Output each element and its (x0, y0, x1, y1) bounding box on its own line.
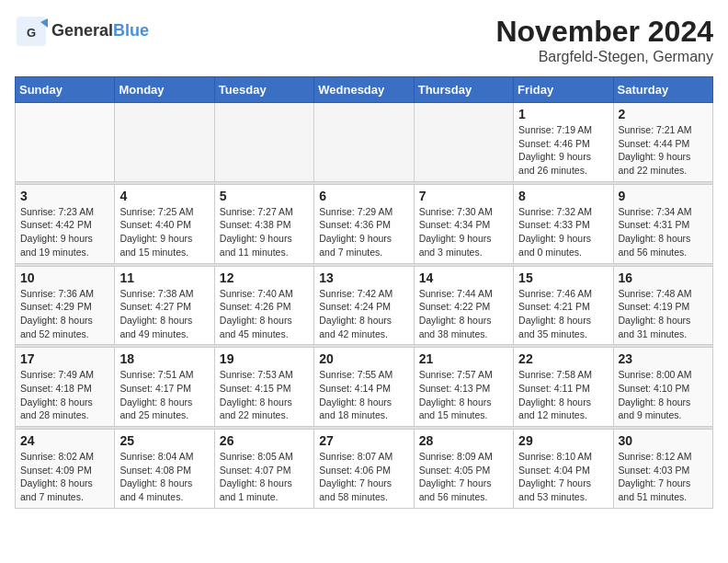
day-number: 20 (319, 351, 408, 366)
calendar-cell: 22Sunrise: 7:58 AM Sunset: 4:11 PM Dayli… (514, 348, 613, 427)
day-info: Sunrise: 7:46 AM Sunset: 4:21 PM Dayligh… (518, 287, 608, 341)
calendar-cell (414, 103, 513, 182)
calendar-cell: 26Sunrise: 8:05 AM Sunset: 4:07 PM Dayli… (214, 430, 313, 509)
calendar-week-4: 17Sunrise: 7:49 AM Sunset: 4:18 PM Dayli… (16, 348, 713, 427)
day-number: 5 (220, 189, 309, 203)
calendar-cell: 1Sunrise: 7:19 AM Sunset: 4:46 PM Daylig… (514, 103, 613, 182)
calendar-cell (214, 103, 313, 182)
day-info: Sunrise: 8:04 AM Sunset: 4:08 PM Dayligh… (119, 450, 209, 504)
calendar-cell: 20Sunrise: 7:55 AM Sunset: 4:14 PM Dayli… (314, 348, 414, 427)
calendar-cell: 3Sunrise: 7:23 AM Sunset: 4:42 PM Daylig… (16, 184, 115, 263)
day-info: Sunrise: 8:07 AM Sunset: 4:06 PM Dayligh… (319, 450, 408, 504)
day-info: Sunrise: 7:44 AM Sunset: 4:22 PM Dayligh… (419, 287, 508, 341)
day-number: 13 (319, 270, 408, 285)
day-info: Sunrise: 8:02 AM Sunset: 4:09 PM Dayligh… (20, 450, 109, 504)
day-number: 25 (119, 433, 209, 448)
calendar-cell (115, 103, 214, 182)
day-number: 22 (518, 351, 608, 366)
day-info: Sunrise: 7:19 AM Sunset: 4:46 PM Dayligh… (518, 123, 608, 178)
calendar-cell: 8Sunrise: 7:32 AM Sunset: 4:33 PM Daylig… (514, 184, 613, 263)
calendar-cell: 12Sunrise: 7:40 AM Sunset: 4:26 PM Dayli… (214, 266, 313, 345)
day-info: Sunrise: 7:36 AM Sunset: 4:29 PM Dayligh… (20, 287, 109, 341)
calendar-cell: 17Sunrise: 7:49 AM Sunset: 4:18 PM Dayli… (16, 348, 115, 427)
calendar-cell: 16Sunrise: 7:48 AM Sunset: 4:19 PM Dayli… (613, 266, 712, 345)
calendar-cell (16, 103, 115, 182)
location: Bargfeld-Stegen, Germany (495, 49, 713, 65)
calendar-cell: 6Sunrise: 7:29 AM Sunset: 4:36 PM Daylig… (314, 184, 414, 263)
day-number: 11 (119, 270, 209, 285)
calendar-week-2: 3Sunrise: 7:23 AM Sunset: 4:42 PM Daylig… (16, 184, 713, 263)
day-number: 2 (619, 107, 708, 121)
logo-blue: Blue (113, 21, 149, 40)
svg-text:G: G (27, 26, 36, 40)
logo-icon: G (15, 15, 48, 48)
calendar-cell: 9Sunrise: 7:34 AM Sunset: 4:31 PM Daylig… (613, 184, 712, 263)
day-info: Sunrise: 7:49 AM Sunset: 4:18 PM Dayligh… (20, 368, 109, 422)
day-number: 1 (518, 107, 608, 121)
calendar-cell: 10Sunrise: 7:36 AM Sunset: 4:29 PM Dayli… (16, 266, 115, 345)
day-info: Sunrise: 7:40 AM Sunset: 4:26 PM Dayligh… (220, 287, 309, 341)
calendar-cell: 11Sunrise: 7:38 AM Sunset: 4:27 PM Dayli… (115, 266, 214, 345)
calendar-cell: 23Sunrise: 8:00 AM Sunset: 4:10 PM Dayli… (613, 348, 712, 427)
calendar-cell: 30Sunrise: 8:12 AM Sunset: 4:03 PM Dayli… (613, 430, 712, 509)
calendar-cell: 18Sunrise: 7:51 AM Sunset: 4:17 PM Dayli… (115, 348, 214, 427)
day-number: 30 (619, 433, 708, 448)
day-info: Sunrise: 7:29 AM Sunset: 4:36 PM Dayligh… (319, 205, 408, 259)
calendar-cell: 13Sunrise: 7:42 AM Sunset: 4:24 PM Dayli… (314, 266, 414, 345)
day-number: 19 (220, 351, 309, 366)
calendar-cell: 21Sunrise: 7:57 AM Sunset: 4:13 PM Dayli… (414, 348, 513, 427)
header-wednesday: Wednesday (314, 77, 414, 103)
day-info: Sunrise: 7:34 AM Sunset: 4:31 PM Dayligh… (619, 205, 708, 259)
day-info: Sunrise: 7:38 AM Sunset: 4:27 PM Dayligh… (119, 287, 209, 341)
calendar-cell: 25Sunrise: 8:04 AM Sunset: 4:08 PM Dayli… (115, 430, 214, 509)
logo: G GeneralBlue (15, 15, 149, 48)
calendar-cell: 5Sunrise: 7:27 AM Sunset: 4:38 PM Daylig… (214, 184, 313, 263)
day-info: Sunrise: 8:09 AM Sunset: 4:05 PM Dayligh… (419, 450, 508, 504)
calendar-header-row: Sunday Monday Tuesday Wednesday Thursday… (16, 77, 713, 103)
calendar-week-5: 24Sunrise: 8:02 AM Sunset: 4:09 PM Dayli… (16, 430, 713, 509)
header-tuesday: Tuesday (214, 77, 313, 103)
calendar-cell: 24Sunrise: 8:02 AM Sunset: 4:09 PM Dayli… (16, 430, 115, 509)
day-info: Sunrise: 7:55 AM Sunset: 4:14 PM Dayligh… (319, 368, 408, 422)
day-number: 9 (619, 189, 708, 203)
day-info: Sunrise: 7:48 AM Sunset: 4:19 PM Dayligh… (619, 287, 708, 341)
calendar-table: Sunday Monday Tuesday Wednesday Thursday… (15, 76, 713, 509)
day-info: Sunrise: 7:32 AM Sunset: 4:33 PM Dayligh… (518, 205, 608, 259)
day-info: Sunrise: 7:23 AM Sunset: 4:42 PM Dayligh… (20, 205, 109, 259)
logo-general: General (51, 21, 113, 40)
calendar-cell: 19Sunrise: 7:53 AM Sunset: 4:15 PM Dayli… (214, 348, 313, 427)
day-info: Sunrise: 7:51 AM Sunset: 4:17 PM Dayligh… (119, 368, 209, 422)
calendar-week-1: 1Sunrise: 7:19 AM Sunset: 4:46 PM Daylig… (16, 103, 713, 182)
day-number: 3 (20, 189, 109, 203)
day-info: Sunrise: 7:57 AM Sunset: 4:13 PM Dayligh… (419, 368, 508, 422)
header-thursday: Thursday (414, 77, 513, 103)
day-number: 26 (220, 433, 309, 448)
day-number: 10 (20, 270, 109, 285)
header-sunday: Sunday (16, 77, 115, 103)
calendar-cell: 2Sunrise: 7:21 AM Sunset: 4:44 PM Daylig… (613, 103, 712, 182)
day-number: 16 (619, 270, 708, 285)
calendar-cell (314, 103, 414, 182)
day-info: Sunrise: 8:10 AM Sunset: 4:04 PM Dayligh… (518, 450, 608, 504)
day-number: 24 (20, 433, 109, 448)
day-number: 23 (619, 351, 708, 366)
day-info: Sunrise: 7:27 AM Sunset: 4:38 PM Dayligh… (220, 205, 309, 259)
day-info: Sunrise: 7:21 AM Sunset: 4:44 PM Dayligh… (619, 123, 708, 178)
header-friday: Friday (514, 77, 613, 103)
day-info: Sunrise: 7:30 AM Sunset: 4:34 PM Dayligh… (419, 205, 508, 259)
day-number: 8 (518, 189, 608, 203)
day-info: Sunrise: 8:12 AM Sunset: 4:03 PM Dayligh… (619, 450, 708, 504)
calendar-cell: 7Sunrise: 7:30 AM Sunset: 4:34 PM Daylig… (414, 184, 513, 263)
day-info: Sunrise: 7:25 AM Sunset: 4:40 PM Dayligh… (119, 205, 209, 259)
day-number: 4 (119, 189, 209, 203)
day-info: Sunrise: 7:58 AM Sunset: 4:11 PM Dayligh… (518, 368, 608, 422)
day-number: 15 (518, 270, 608, 285)
day-number: 29 (518, 433, 608, 448)
calendar-week-3: 10Sunrise: 7:36 AM Sunset: 4:29 PM Dayli… (16, 266, 713, 345)
calendar-cell: 27Sunrise: 8:07 AM Sunset: 4:06 PM Dayli… (314, 430, 414, 509)
day-number: 28 (419, 433, 508, 448)
day-number: 27 (319, 433, 408, 448)
calendar-cell: 28Sunrise: 8:09 AM Sunset: 4:05 PM Dayli… (414, 430, 513, 509)
header-saturday: Saturday (613, 77, 712, 103)
page-header: G GeneralBlue November 2024 Bargfeld-Ste… (15, 15, 713, 65)
